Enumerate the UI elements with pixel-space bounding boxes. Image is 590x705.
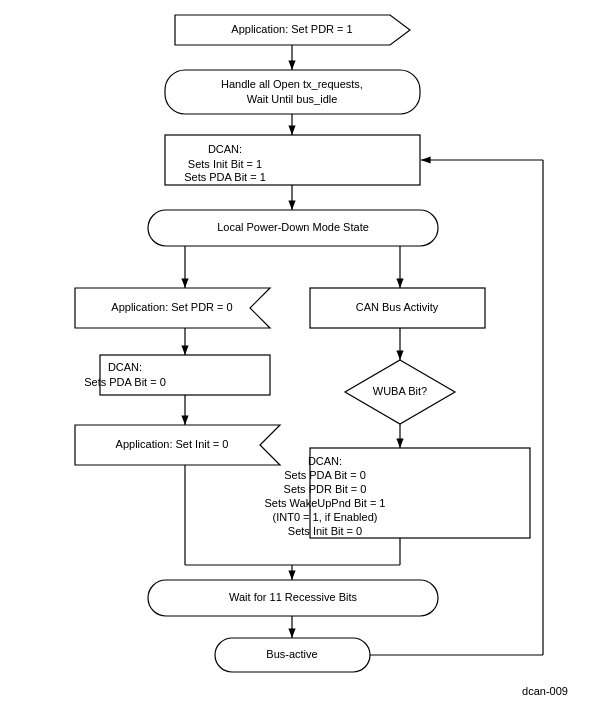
handle-tx-label1: Handle all Open tx_requests, [221,78,363,90]
can-bus-label: CAN Bus Activity [356,301,439,313]
wuba-label: WUBA Bit? [373,385,427,397]
diagram-container: Application: Set PDR = 1 Handle all Open… [0,0,590,705]
dcan-wake-label3: Sets PDR Bit = 0 [284,483,367,495]
set-pdr0-label: Application: Set PDR = 0 [111,301,232,313]
dcan-sets-label3: Sets PDA Bit = 1 [184,171,266,183]
dcan-sets-label1: DCAN: [208,143,242,155]
wait-recessive-label: Wait for 11 Recessive Bits [229,591,357,603]
dcan-wake-label4: Sets WakeUpPnd Bit = 1 [265,497,386,509]
dcan-wake-label1: DCAN: [308,455,342,467]
handle-tx-label2: Wait Until bus_idle [247,93,338,105]
dcan-sets-label2: Sets Init Bit = 1 [188,158,262,170]
dcan-pda0-label1: DCAN: [108,361,142,373]
watermark: dcan-009 [522,685,568,697]
dcan-pda0-label2: Sets PDA Bit = 0 [84,376,166,388]
set-init0-label: Application: Set Init = 0 [116,438,229,450]
bus-active-label: Bus-active [266,648,317,660]
power-down-label: Local Power-Down Mode State [217,221,369,233]
dcan-wake-label5: (INT0 = 1, if Enabled) [273,511,378,523]
set-pdr1-label: Application: Set PDR = 1 [231,23,352,35]
dcan-wake-label6: Sets Init Bit = 0 [288,525,362,537]
dcan-wake-label2: Sets PDA Bit = 0 [284,469,366,481]
